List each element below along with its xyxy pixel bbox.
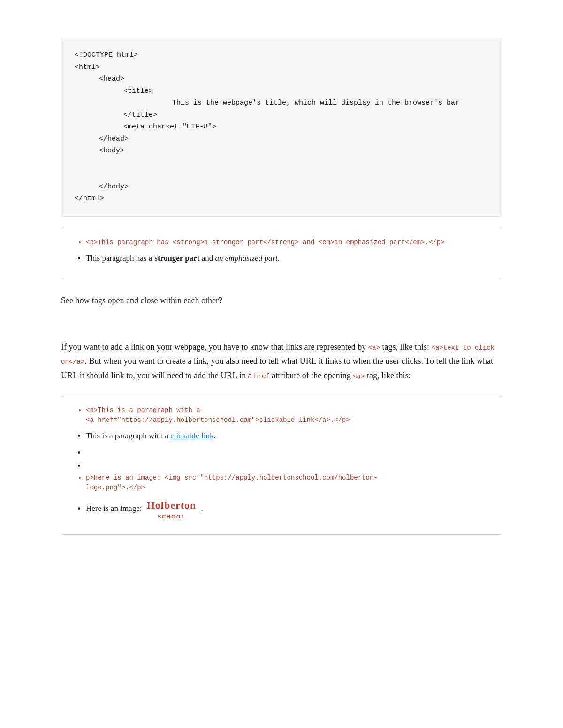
code-line: <title> <box>75 87 153 95</box>
prose-text-2: If you want to add a link on your webpag… <box>61 340 502 383</box>
list-item-rendered-img: Here is an image: Holberton SCHOOL . <box>86 497 488 521</box>
list-item: This is a paragraph with a clickable lin… <box>86 430 488 442</box>
prose-segment: If you want to add a link on your webpag… <box>61 342 368 352</box>
holberton-logo: Holberton SCHOOL <box>147 497 197 521</box>
code-line <box>75 159 79 167</box>
rendered-text: This paragraph has <box>86 254 149 263</box>
code-line: <meta charset="UTF-8"> <box>75 123 216 131</box>
code-line: <body> <box>75 147 124 155</box>
code-block-1: <!DOCTYPE html> <html> <head> <title> Th… <box>61 38 502 217</box>
suffix-text: . <box>278 254 280 263</box>
href-tag: href <box>254 373 270 380</box>
a-tag-3: <a> <box>353 373 365 380</box>
bullet-box-1: <p>This paragraph has <strong>a stronger… <box>61 228 502 279</box>
code-img-line1: p>Here is an image: <img src="https://ap… <box>86 474 378 481</box>
code-img-line2: logo.png">.</p> <box>86 484 145 491</box>
list-item: This paragraph has a stronger part and a… <box>86 252 488 264</box>
code-line <box>75 171 79 179</box>
code-line: </html> <box>75 195 104 203</box>
prose-section-2: If you want to add a link on your webpag… <box>61 340 502 383</box>
prose-text-1: See how tags open and close within each … <box>61 293 502 308</box>
logo-holberton-text: Holberton <box>147 497 197 513</box>
rendered-suffix: . <box>213 431 215 440</box>
list-item: <p>This paragraph has <strong>a stronger… <box>86 238 488 248</box>
img-suffix: . <box>201 504 203 513</box>
code-line-1: <p>This is a paragraph with a <box>86 406 200 414</box>
code-line: </title> <box>75 111 157 119</box>
code-line-2: <a href="https://apply.holbertonschool.c… <box>86 416 350 424</box>
logo-school-text: SCHOOL <box>158 513 185 521</box>
code-text: <p>This paragraph has <strong>a stronger… <box>86 239 445 246</box>
bullet-box-2: <p>This is a paragraph with a <a href="h… <box>61 396 502 535</box>
prose-segment: tags, like this: <box>380 342 432 352</box>
img-prefix: Here is an image: <box>86 504 144 513</box>
code-line: <html> <box>75 63 100 71</box>
list-item: p>Here is an image: <img src="https://ap… <box>86 473 488 493</box>
rendered-prefix: This is a paragraph with a <box>86 431 170 440</box>
code-line: This is the webpage's title, which will … <box>75 99 459 107</box>
clickable-link[interactable]: clickable link <box>170 431 213 440</box>
code-line: </body> <box>75 183 129 191</box>
prose-segment: tag, like this: <box>365 371 411 380</box>
list-item: <p>This is a paragraph with a <a href="h… <box>86 405 488 425</box>
list-item-empty-1 <box>86 447 488 455</box>
middle-text: and <box>200 254 215 263</box>
prose-segment: attribute of the opening <box>270 371 353 380</box>
em-text: an emphasized part <box>215 254 278 263</box>
strong-text: a stronger part <box>149 254 200 263</box>
code-line: <head> <box>75 75 124 83</box>
a-tag-1: <a> <box>368 344 380 352</box>
code-line: <!DOCTYPE html> <box>75 51 138 59</box>
code-line: </head> <box>75 135 129 143</box>
list-item-empty-2 <box>86 460 488 468</box>
prose-section-1: See how tags open and close within each … <box>61 293 502 308</box>
